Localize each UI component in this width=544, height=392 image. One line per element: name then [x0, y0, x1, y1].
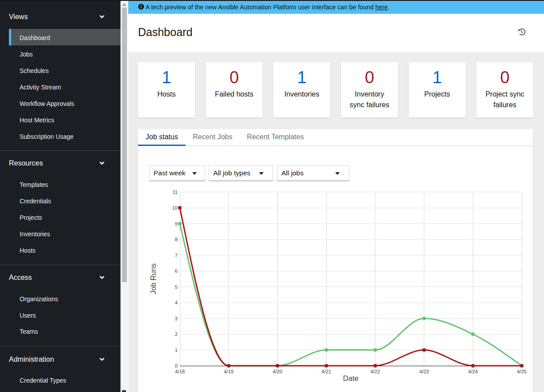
svg-text:4/22: 4/22 [370, 369, 380, 374]
svg-text:4/24: 4/24 [468, 369, 478, 374]
svg-text:2: 2 [175, 331, 178, 337]
svg-text:4: 4 [175, 300, 178, 305]
svg-text:4/23: 4/23 [419, 369, 429, 374]
svg-text:4/20: 4/20 [273, 369, 283, 374]
svg-text:Date: Date [343, 374, 359, 382]
svg-text:11: 11 [172, 190, 178, 195]
svg-text:3: 3 [175, 316, 178, 321]
svg-text:7: 7 [175, 253, 178, 258]
svg-text:4/21: 4/21 [321, 369, 331, 374]
svg-text:4/18: 4/18 [175, 369, 185, 374]
svg-text:4/25: 4/25 [517, 369, 527, 374]
svg-text:9: 9 [175, 221, 178, 226]
svg-text:8: 8 [175, 237, 178, 242]
svg-text:0: 0 [175, 363, 178, 368]
svg-text:Job Runs: Job Runs [149, 263, 157, 295]
svg-text:10: 10 [172, 205, 178, 210]
svg-text:4/19: 4/19 [224, 369, 234, 374]
svg-text:1: 1 [175, 348, 178, 353]
svg-text:6: 6 [175, 268, 178, 274]
svg-text:5: 5 [175, 284, 178, 290]
